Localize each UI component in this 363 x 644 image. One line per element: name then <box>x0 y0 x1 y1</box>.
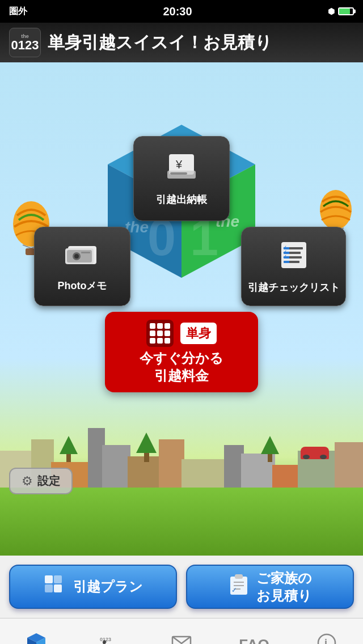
price-banner[interactable]: 単身 今すぐ分かる 引越料金 <box>105 312 258 392</box>
svg-rect-18 <box>170 172 187 175</box>
feature-btn-ledger[interactable]: ¥ 引越出納帳 <box>133 136 230 221</box>
mail-icon <box>171 633 192 644</box>
svg-text:¥: ¥ <box>175 158 183 171</box>
logo-num: 0123 <box>11 39 39 52</box>
feature-btn-photo[interactable]: Photoメモ <box>34 227 130 306</box>
info-icon: i <box>317 633 336 645</box>
plan-icon <box>44 574 66 600</box>
svg-rect-36 <box>289 261 299 263</box>
tab-benribox[interactable]: 便利BOX <box>0 618 73 644</box>
svg-rect-33 <box>289 247 303 249</box>
svg-rect-39 <box>45 584 53 592</box>
phone-icon: 0123 📞 <box>99 632 119 644</box>
tab-freedial[interactable]: 0123 📞 フリーダイヤル <box>73 618 145 644</box>
tab-info[interactable]: i Info <box>290 618 363 644</box>
bluetooth-icon: ⬢ <box>328 7 335 16</box>
svg-rect-34 <box>289 252 301 254</box>
plan-button[interactable]: 引越プラン <box>9 565 177 609</box>
faq-icon: FAQ <box>239 636 269 644</box>
app-header: the 0123 単身引越スイスイ！お見積り <box>0 23 363 62</box>
status-right: ⬢ <box>328 7 354 16</box>
svg-rect-24 <box>81 252 90 253</box>
feature-btn-checklist[interactable]: ✓ ✓ ✓ 引越チェックリスト <box>241 227 346 306</box>
feature-label-ledger: 引越出納帳 <box>156 193 207 206</box>
settings-button[interactable]: ⚙ 設定 <box>9 468 73 494</box>
svg-rect-42 <box>235 574 243 579</box>
svg-text:✓: ✓ <box>282 253 287 260</box>
tab-bar: 便利BOX 0123 📞 フリーダイヤル お問い合わせ FAQ FAQ i <box>0 618 363 644</box>
single-badge: 単身 <box>180 323 217 344</box>
gear-icon: ⚙ <box>22 474 33 489</box>
svg-text:📞: 📞 <box>102 639 113 644</box>
feature-label-photo: Photoメモ <box>58 279 107 293</box>
header-title: 単身引越スイスイ！お見積り <box>48 31 272 54</box>
status-bar: 圏外 20:30 ⬢ <box>0 0 363 23</box>
calculator-icon <box>146 320 174 347</box>
time-label: 20:30 <box>163 5 192 18</box>
main-content: the the 0 1 ¥ 引越出納帳 <box>0 62 363 556</box>
plan-label: 引越プラン <box>73 578 143 595</box>
carrier-label: 圏外 <box>9 6 27 18</box>
svg-rect-38 <box>54 575 62 583</box>
battery-icon <box>338 7 354 15</box>
price-text: 今すぐ分かる 引越料金 <box>140 349 223 384</box>
family-estimate-label: ご家族の お見積り <box>256 569 312 604</box>
tab-faq[interactable]: FAQ FAQ <box>218 618 290 644</box>
svg-rect-40 <box>54 584 62 592</box>
svg-point-23 <box>74 254 79 259</box>
feature-label-checklist: 引越チェックリスト <box>248 281 340 294</box>
app-logo: the 0123 <box>9 28 41 57</box>
settings-label: 設定 <box>37 473 60 489</box>
tab-contact[interactable]: お問い合わせ <box>145 618 218 644</box>
family-estimate-button[interactable]: ✓ ご家族の お見積り <box>186 565 354 609</box>
box-icon <box>26 632 47 644</box>
ground <box>0 488 363 556</box>
action-buttons-bar: 引越プラン ✓ ご家族の お見積り <box>0 556 363 618</box>
svg-rect-35 <box>289 256 302 259</box>
svg-text:✓: ✓ <box>231 586 237 594</box>
clipboard-icon: ✓ <box>228 573 250 601</box>
svg-text:i: i <box>324 637 327 645</box>
svg-rect-37 <box>45 575 53 583</box>
